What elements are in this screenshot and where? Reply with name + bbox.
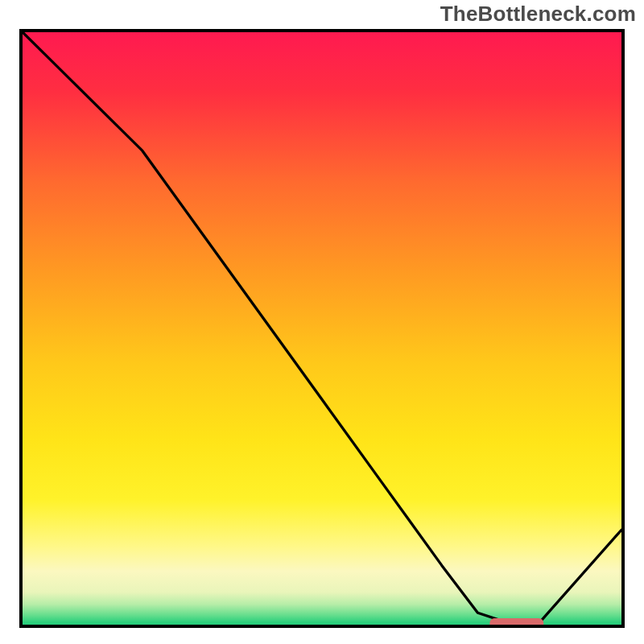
bottleneck-chart: TheBottleneck.com <box>0 0 644 644</box>
plot-frame <box>19 29 625 628</box>
bottleneck-curve <box>23 32 621 625</box>
curve-layer <box>23 32 621 625</box>
optimal-range-marker <box>489 618 543 625</box>
watermark-text: TheBottleneck.com <box>440 2 636 27</box>
